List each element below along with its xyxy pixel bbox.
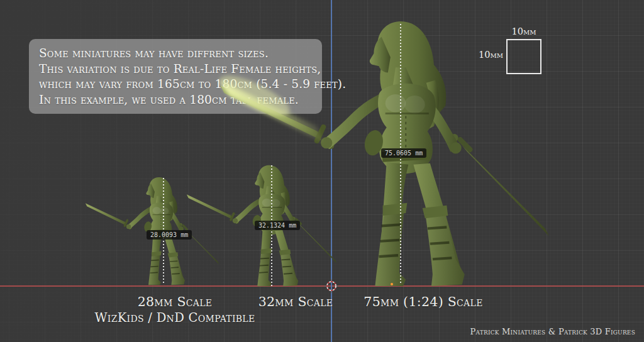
scale-title: 75mm (1:24) Scale — [364, 294, 482, 309]
scale-subtitle: WizKids / DnD Compatible — [95, 311, 255, 325]
credit-text: Patrick Miniatures & Patrick 3D Figures — [470, 327, 635, 336]
reference-square-10mm — [506, 39, 541, 74]
scale-label-75mm: 75mm (1:24) Scale — [364, 294, 482, 309]
scale-title: 28mm Scale — [95, 294, 255, 309]
measurement-label-75mm: 75.0605 mm — [381, 148, 426, 158]
object-origin-dot — [391, 283, 393, 285]
scale-title: 32mm Scale — [258, 294, 333, 309]
scale-label-28mm: 28mm Scale WizKids / DnD Compatible — [95, 294, 255, 325]
scale-label-32mm: 32mm Scale — [258, 294, 333, 309]
measurement-label-28mm: 28.0093 mm — [147, 230, 192, 240]
blender-3d-viewport[interactable]: Some miniatures may have diffrent sizes.… — [0, 0, 644, 342]
reference-square-top-label: 10mm — [512, 26, 536, 36]
reference-square-left-label: 10mm — [477, 50, 503, 60]
measurement-label-32mm: 32.1324 mm — [255, 221, 300, 230]
